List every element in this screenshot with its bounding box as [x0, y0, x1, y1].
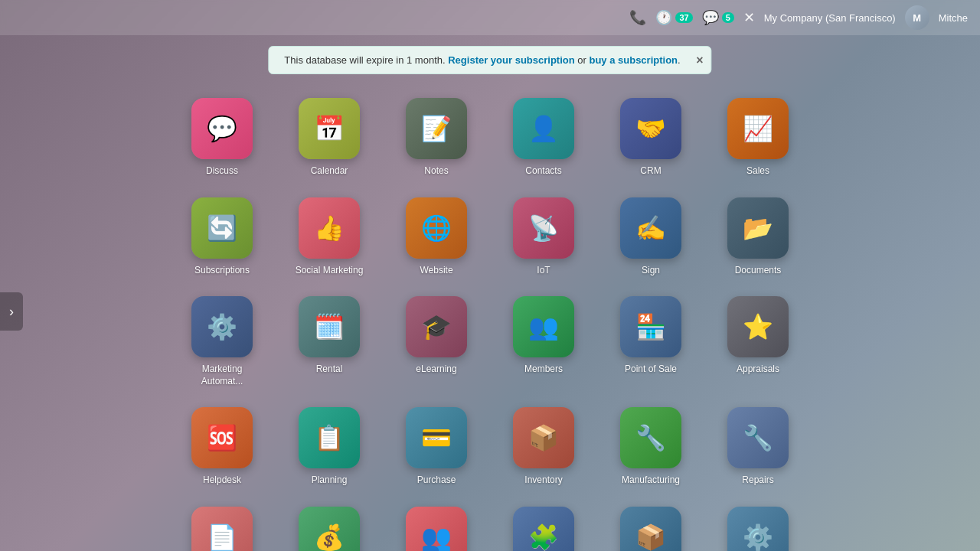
- register-link[interactable]: Register your subscription: [448, 54, 574, 66]
- app-label-manufacturing: Manufacturing: [622, 474, 680, 487]
- app-label-discuss: Discuss: [206, 165, 238, 178]
- app-icon-members: 👥: [513, 296, 574, 357]
- activity-count[interactable]: 37: [675, 12, 692, 23]
- app-icon-contacts: 👤: [513, 98, 574, 159]
- app-label-pos: Point of Sale: [625, 364, 677, 376]
- app-label-repairs: Repairs: [742, 474, 773, 487]
- activity-badge-container: 🕐 37: [655, 9, 692, 26]
- app-icon-website: 🌐: [406, 197, 467, 259]
- app-item-planning[interactable]: 📋Planning: [283, 401, 375, 493]
- app-icon-pos: 🏪: [620, 296, 681, 357]
- expiry-banner: This database will expire in 1 month. Re…: [268, 46, 711, 74]
- app-label-inventory: Inventory: [524, 474, 562, 487]
- app-icon-inventory: 📦: [513, 407, 574, 468]
- app-icon-repairs: 🔧: [727, 407, 789, 468]
- company-name[interactable]: My Company (San Francisco): [764, 12, 896, 24]
- app-item-helpdesk[interactable]: 🆘Helpdesk: [176, 401, 268, 493]
- app-item-crm[interactable]: 🤝CRM: [605, 92, 697, 184]
- phone-icon[interactable]: 📞: [629, 9, 646, 26]
- app-label-subscriptions: Subscriptions: [194, 265, 250, 277]
- app-item-notes[interactable]: 📝Notes: [390, 92, 482, 184]
- app-icon-social-marketing: 👍: [299, 197, 360, 259]
- topbar: 📞 🕐 37 💬 5 ✕ My Company (San Francisco) …: [0, 0, 980, 35]
- app-label-contacts: Contacts: [525, 165, 561, 178]
- app-icon-notes: 📝: [406, 98, 467, 159]
- app-label-website: Website: [420, 265, 452, 277]
- app-icon-row5a: 📄: [191, 507, 253, 551]
- app-icon-row5e: 📦: [620, 507, 681, 551]
- app-icon-row5b: 💰: [299, 507, 360, 551]
- app-label-appraisals: Appraisals: [737, 364, 779, 376]
- app-label-marketing: Marketing Automat...: [184, 364, 260, 387]
- app-icon-marketing: ⚙️: [191, 296, 253, 357]
- app-icon-elearning: 🎓: [406, 296, 467, 357]
- app-item-sign[interactable]: ✍️Sign: [605, 191, 697, 283]
- app-item-subscriptions[interactable]: 🔄Subscriptions: [176, 191, 268, 283]
- app-label-planning: Planning: [312, 474, 348, 487]
- activity-icon[interactable]: 🕐: [655, 9, 672, 26]
- app-item-row5b[interactable]: 💰: [283, 500, 375, 551]
- app-item-iot[interactable]: 📡IoT: [498, 191, 590, 283]
- app-item-sales[interactable]: 📈Sales: [712, 92, 804, 184]
- app-item-inventory[interactable]: 📦Inventory: [498, 401, 590, 493]
- app-item-members[interactable]: 👥Members: [498, 290, 590, 393]
- app-item-row5a[interactable]: 📄: [176, 500, 268, 551]
- app-item-social-marketing[interactable]: 👍Social Marketing: [283, 191, 375, 283]
- app-item-row5d[interactable]: 🧩: [498, 500, 590, 551]
- app-label-iot: IoT: [537, 265, 550, 277]
- app-label-social-marketing: Social Marketing: [296, 265, 364, 277]
- app-icon-subscriptions: 🔄: [191, 197, 253, 259]
- app-item-elearning[interactable]: 🎓eLearning: [390, 290, 482, 393]
- app-label-crm: CRM: [640, 165, 661, 178]
- app-icon-documents: 📂: [727, 197, 789, 259]
- app-item-website[interactable]: 🌐Website: [390, 191, 482, 283]
- app-icon-sales: 📈: [727, 98, 789, 159]
- app-icon-iot: 📡: [513, 197, 574, 259]
- app-item-documents[interactable]: 📂Documents: [712, 191, 804, 283]
- app-item-manufacturing[interactable]: 🔧Manufacturing: [605, 401, 697, 493]
- user-avatar[interactable]: M: [905, 5, 929, 30]
- app-item-repairs[interactable]: 🔧Repairs: [712, 401, 804, 493]
- app-label-elearning: eLearning: [416, 364, 456, 376]
- app-icon-rental: 🗓️: [299, 296, 360, 357]
- app-item-appraisals[interactable]: ⭐Appraisals: [712, 290, 804, 393]
- app-icon-planning: 📋: [299, 407, 360, 468]
- app-item-contacts[interactable]: 👤Contacts: [498, 92, 590, 184]
- app-item-rental[interactable]: 🗓️Rental: [283, 290, 375, 393]
- app-item-pos[interactable]: 🏪Point of Sale: [605, 290, 697, 393]
- app-label-notes: Notes: [424, 165, 448, 178]
- app-label-members: Members: [524, 364, 563, 376]
- app-item-row5e[interactable]: 📦: [605, 500, 697, 551]
- banner-close-button[interactable]: ×: [696, 54, 703, 67]
- banner-or: or: [575, 54, 590, 66]
- user-name[interactable]: Mitche: [939, 12, 968, 24]
- app-item-marketing[interactable]: ⚙️Marketing Automat...: [176, 290, 268, 393]
- chat-count[interactable]: 5: [722, 12, 734, 23]
- chat-icon[interactable]: 💬: [702, 9, 719, 26]
- buy-link[interactable]: buy a subscription: [589, 54, 678, 66]
- next-page-arrow[interactable]: ›: [0, 292, 23, 331]
- app-icon-purchase: 💳: [406, 407, 467, 468]
- app-item-purchase[interactable]: 💳Purchase: [390, 401, 482, 493]
- app-label-sign: Sign: [642, 265, 660, 277]
- app-icon-row5c: 👥: [406, 507, 467, 551]
- app-label-calendar: Calendar: [311, 165, 348, 178]
- banner-text: This database will expire in 1 month.: [284, 54, 448, 66]
- app-label-sales: Sales: [746, 165, 769, 178]
- banner-period: .: [678, 54, 681, 66]
- app-item-row5c[interactable]: 👥: [390, 500, 482, 551]
- app-icon-row5d: 🧩: [513, 507, 574, 551]
- apps-grid: 💬Discuss📅Calendar📝Notes👤Contacts🤝CRM📈Sal…: [161, 84, 819, 536]
- app-item-calendar[interactable]: 📅Calendar: [283, 92, 375, 184]
- apps-container: 💬Discuss📅Calendar📝Notes👤Contacts🤝CRM📈Sal…: [0, 84, 980, 551]
- app-item-row5f[interactable]: ⚙️: [712, 500, 804, 551]
- app-icon-discuss: 💬: [191, 98, 253, 159]
- app-icon-sign: ✍️: [620, 197, 681, 259]
- app-icon-helpdesk: 🆘: [191, 407, 253, 468]
- app-item-discuss[interactable]: 💬Discuss: [176, 92, 268, 184]
- app-label-rental: Rental: [316, 364, 343, 376]
- app-icon-row5f: ⚙️: [727, 507, 789, 551]
- app-icon-crm: 🤝: [620, 98, 681, 159]
- close-icon[interactable]: ✕: [743, 9, 755, 26]
- app-icon-calendar: 📅: [299, 98, 360, 159]
